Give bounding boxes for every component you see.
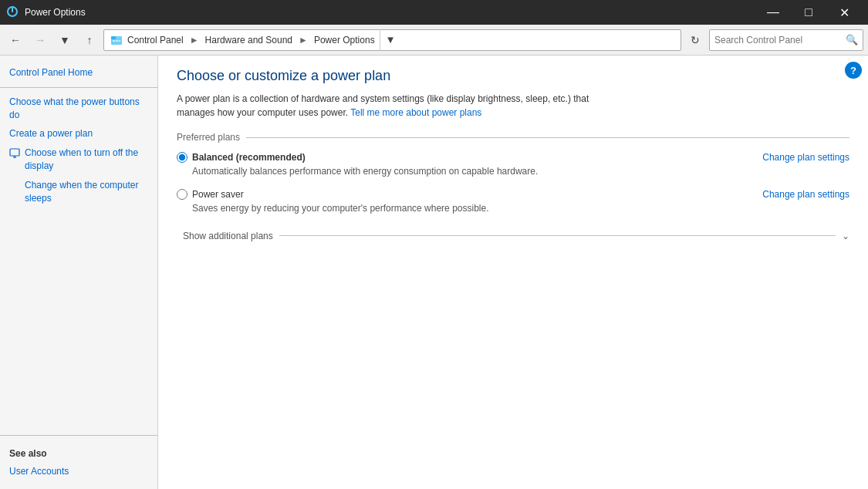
show-additional-label: Show additional plans: [183, 231, 273, 241]
sidebar-divider-1: [0, 87, 157, 88]
plan-balanced-name: Balanced (recommended): [192, 152, 306, 163]
sidebar-item-power-buttons[interactable]: Choose what the power buttons do: [0, 93, 157, 125]
see-also-label: See also: [0, 440, 157, 462]
window-title: Power Options: [25, 7, 749, 18]
monitor-icon: [9, 147, 22, 160]
sidebar-item-sleep-settings[interactable]: Change when the computer sleeps: [0, 176, 157, 208]
sidebar-divider-2: [0, 435, 157, 436]
svg-rect-5: [116, 40, 118, 42]
title-bar: Power Options — □ ✕: [0, 0, 868, 25]
svg-rect-7: [10, 149, 19, 156]
up-button[interactable]: ↑: [79, 29, 100, 51]
address-bar-icon: [110, 34, 123, 46]
svg-rect-3: [111, 36, 116, 39]
main-window: Control Panel Home Choose what the power…: [0, 56, 868, 489]
back-button[interactable]: ←: [5, 29, 26, 51]
address-dropdown-button[interactable]: ▼: [380, 29, 401, 51]
plan-item-balanced: Balanced (recommended) Change plan setti…: [177, 152, 849, 178]
plan-balanced-radio[interactable]: [177, 152, 187, 163]
sidebar-item-turn-off-display[interactable]: Choose when to turn off the display: [0, 143, 157, 176]
page-title: Choose or customize a power plan: [177, 68, 849, 84]
plan-header-balanced: Balanced (recommended) Change plan setti…: [177, 152, 849, 163]
sidebar-item-turn-off-display-label: Choose when to turn off the display: [25, 147, 148, 173]
close-button[interactable]: ✕: [826, 0, 862, 25]
breadcrumb-control-panel[interactable]: Control Panel: [127, 35, 184, 46]
help-button[interactable]: ?: [845, 62, 862, 79]
breadcrumb-hardware-sound[interactable]: Hardware and Sound: [205, 35, 292, 46]
sidebar-spacer: [0, 207, 157, 430]
plan-power-saver-name: Power saver: [192, 189, 244, 200]
show-additional-plans[interactable]: Show additional plans ⌄: [177, 231, 849, 241]
moon-icon: [9, 180, 22, 192]
refresh-button[interactable]: ↻: [684, 29, 706, 51]
sidebar-item-user-accounts[interactable]: User Accounts: [0, 462, 157, 481]
learn-more-link[interactable]: Tell me more about power plans: [350, 107, 481, 118]
minimize-button[interactable]: —: [755, 0, 791, 25]
sidebar-item-sleep-label: Change when the computer sleeps: [25, 179, 148, 205]
plan-item-power-saver: Power saver Change plan settings Saves e…: [177, 189, 849, 215]
sidebar-item-control-panel-home[interactable]: Control Panel Home: [0, 63, 157, 83]
plan-power-saver-desc: Saves energy by reducing your computer's…: [192, 202, 849, 215]
plan-header-power-saver: Power saver Change plan settings: [177, 189, 849, 200]
svg-rect-4: [113, 40, 115, 42]
window-controls: — □ ✕: [755, 0, 862, 25]
maximize-button[interactable]: □: [791, 0, 826, 25]
sidebar: Control Panel Home Choose what the power…: [0, 56, 158, 489]
chevron-down-icon: ⌄: [842, 231, 849, 241]
plan-balanced-label[interactable]: Balanced (recommended): [177, 152, 306, 163]
dropdown-button[interactable]: ▼: [54, 29, 76, 51]
forward-button[interactable]: →: [29, 29, 51, 51]
address-bar: Control Panel ► Hardware and Sound ► Pow…: [103, 29, 681, 51]
show-additional-line: [279, 235, 836, 236]
sidebar-item-create-plan[interactable]: Create a power plan: [0, 124, 157, 143]
search-input[interactable]: [714, 35, 843, 46]
content-area: ? Choose or customize a power plan A pow…: [158, 56, 868, 489]
plan-balanced-change-link[interactable]: Change plan settings: [762, 152, 849, 163]
content-description: A power plan is a collection of hardware…: [177, 92, 624, 120]
search-box: 🔍: [709, 29, 863, 51]
app-icon: [6, 5, 19, 20]
plan-power-saver-radio[interactable]: [177, 189, 187, 200]
search-icon: 🔍: [846, 34, 858, 46]
plan-power-saver-change-link[interactable]: Change plan settings: [762, 189, 849, 200]
plan-power-saver-label[interactable]: Power saver: [177, 189, 244, 200]
plans-section: Preferred plans Balanced (recommended) C…: [177, 132, 849, 241]
svg-rect-6: [119, 40, 120, 42]
nav-bar: ← → ▼ ↑ Control Panel ► Hardware and Sou…: [0, 25, 868, 56]
plan-balanced-desc: Automatically balances performance with …: [192, 165, 849, 178]
breadcrumb-power-options[interactable]: Power Options: [314, 35, 375, 46]
preferred-plans-label: Preferred plans: [177, 132, 849, 143]
